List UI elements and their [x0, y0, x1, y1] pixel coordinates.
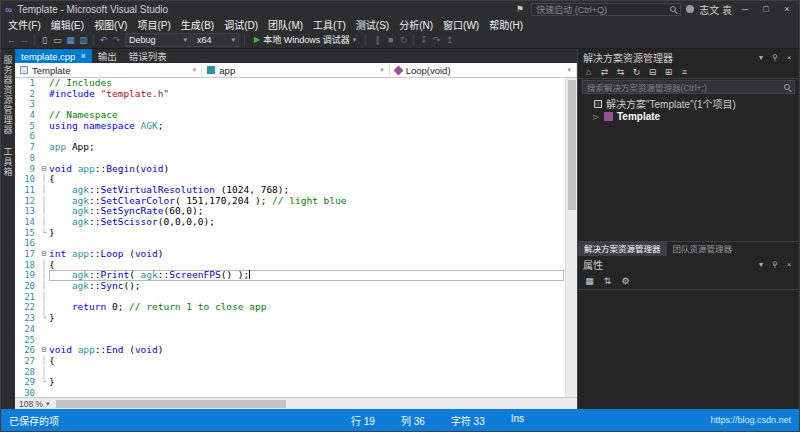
code-text[interactable]: void app::End (void)	[49, 345, 564, 356]
project-dropdown[interactable]: Template ▾	[15, 63, 202, 77]
status-insert-mode[interactable]: Ins	[511, 413, 524, 428]
panel-tab[interactable]: 团队资源管理器	[667, 242, 739, 256]
code-text[interactable]: int app::Loop (void)	[49, 249, 564, 260]
tree-item[interactable]: 解决方案"Template"(1个项目)	[578, 97, 799, 110]
fold-marker-icon[interactable]: ⊟	[39, 249, 49, 260]
menu-item[interactable]: 帮助(H)	[484, 17, 528, 32]
document-tab[interactable]: 输出	[92, 49, 123, 63]
fold-marker-icon[interactable]: ⊟	[39, 164, 49, 175]
categorized-icon[interactable]: ▦	[583, 274, 596, 288]
save-icon[interactable]: ▦	[64, 33, 77, 47]
configuration-dropdown[interactable]: Debug ▾	[125, 33, 191, 47]
menu-item[interactable]: 编辑(E)	[46, 17, 89, 32]
token: }	[49, 312, 55, 323]
menu-item[interactable]: 项目(P)	[132, 17, 175, 32]
forward-icon[interactable]: →	[18, 33, 31, 47]
tool-window-tab[interactable]: 服务器资源管理器	[2, 55, 15, 135]
undo-icon[interactable]: ↶	[97, 33, 110, 47]
vertical-scrollbar[interactable]	[565, 78, 577, 397]
code-text[interactable]: return 0; // return 1 to close app	[49, 302, 564, 313]
alphabetical-icon[interactable]: ⇅	[601, 274, 614, 288]
document-tab[interactable]: 错误列表	[123, 49, 173, 63]
code-text[interactable]: #include "template.h"	[49, 89, 564, 100]
document-tab[interactable]: template.cpp×	[15, 49, 92, 63]
code-text[interactable]: void app::Begin(void)	[49, 164, 564, 175]
pin-icon[interactable]: ⚲	[770, 53, 780, 62]
save-all-icon[interactable]: ▥	[77, 33, 90, 47]
solution-search-input[interactable]: 搜索解决方案资源管理器(Ctrl+;)	[582, 80, 795, 94]
sync-active-icon[interactable]: ⇆	[615, 65, 626, 79]
menu-item[interactable]: 测试(S)	[351, 17, 394, 32]
menu-item[interactable]: 团队(M)	[263, 17, 308, 32]
status-line[interactable]: 行 19	[351, 413, 375, 428]
new-file-icon[interactable]: ▯	[38, 33, 51, 47]
quick-launch-box[interactable]: 快速启动 (Ctrl+Q)	[531, 3, 681, 16]
tree-item[interactable]: ▷Template	[578, 110, 799, 123]
menu-item[interactable]: 调试(D)	[219, 17, 263, 32]
scrollbar-thumb[interactable]	[56, 400, 286, 408]
properties-icon[interactable]: ≡	[679, 65, 690, 79]
maximize-button[interactable]: □	[758, 4, 774, 14]
code-text[interactable]: }	[49, 313, 564, 324]
code-text[interactable]: agk::SetScissor(0,0,0,0);	[49, 217, 564, 228]
open-file-icon[interactable]: ▭	[51, 33, 64, 47]
menu-item[interactable]: 视图(V)	[89, 17, 132, 32]
tab-close-icon[interactable]: ×	[80, 51, 85, 61]
code-text[interactable]: agk::Sync();	[49, 281, 564, 292]
switch-views-icon[interactable]: ⇄	[599, 65, 610, 79]
expander-icon[interactable]: ▷	[592, 113, 600, 121]
fold-marker-icon[interactable]: ⊟	[39, 345, 49, 356]
show-all-files-icon[interactable]: ⊞	[663, 65, 674, 79]
step-into-icon[interactable]: ↧	[417, 33, 430, 47]
property-pages-icon[interactable]: ⚙	[619, 274, 632, 288]
status-character[interactable]: 字符 33	[451, 413, 485, 428]
zoom-control[interactable]: 108 % ▾	[15, 399, 54, 409]
close-button[interactable]: ×	[779, 4, 795, 14]
menu-item[interactable]: 分析(N)	[394, 17, 438, 32]
stop-icon[interactable]: ■	[384, 33, 397, 47]
home-icon[interactable]: ⌂	[583, 65, 594, 79]
user-name[interactable]: 志文 袁	[699, 2, 732, 17]
member-dropdown[interactable]: Loop(void) ▾	[390, 63, 577, 77]
main-area: 服务器资源管理器工具箱 template.cpp×输出错误列表 Template…	[1, 49, 799, 409]
code-text[interactable]: using namespace AGK;	[49, 121, 564, 132]
code-text[interactable]: }	[49, 228, 564, 239]
collapse-all-icon[interactable]: ⊟	[647, 65, 658, 79]
platform-dropdown[interactable]: x64 ▾	[193, 33, 239, 47]
chevron-down-icon[interactable]: ▾	[756, 260, 766, 269]
start-debugging-button[interactable]: ▶ 本地 Windows 调试器 ▾	[250, 33, 360, 46]
code-text[interactable]	[49, 367, 564, 378]
code-text[interactable]	[49, 131, 564, 142]
minimize-button[interactable]: ─	[737, 4, 753, 14]
pause-icon[interactable]: ∥	[371, 33, 384, 47]
status-column[interactable]: 列 36	[401, 413, 425, 428]
restart-icon[interactable]: ↻	[397, 33, 410, 47]
close-icon[interactable]: ×	[784, 53, 794, 62]
scrollbar-thumb[interactable]	[568, 80, 576, 210]
tool-window-tab[interactable]: 工具箱	[2, 147, 15, 177]
pin-icon[interactable]: ⚲	[770, 260, 780, 269]
code-text[interactable]	[49, 324, 564, 335]
notifications-flag-icon[interactable]: ⚑	[513, 2, 526, 16]
close-icon[interactable]: ×	[784, 260, 794, 269]
horizontal-scrollbar[interactable]	[54, 398, 577, 409]
refresh-icon[interactable]: ↻	[631, 65, 642, 79]
menu-item[interactable]: 工具(T)	[308, 17, 351, 32]
type-dropdown[interactable]: app ▾	[202, 63, 389, 77]
chevron-down-icon[interactable]: ▾	[756, 53, 766, 62]
token	[49, 280, 72, 291]
menu-item[interactable]: 生成(B)	[176, 17, 219, 32]
code-editor[interactable]: 1// Includes2#include "template.h"34// N…	[15, 78, 577, 397]
back-icon[interactable]: ←	[5, 33, 18, 47]
code-text[interactable]	[49, 99, 564, 110]
menu-item[interactable]: 窗口(W)	[438, 17, 484, 32]
code-text[interactable]: }	[49, 377, 564, 388]
panel-tab[interactable]: 解决方案资源管理器	[578, 242, 667, 256]
menu-item[interactable]: 文件(F)	[3, 17, 46, 32]
redo-icon[interactable]: ↷	[110, 33, 123, 47]
code-text[interactable]: app App;	[49, 142, 564, 153]
step-out-icon[interactable]: ↥	[443, 33, 456, 47]
code-text[interactable]	[49, 388, 564, 397]
step-over-icon[interactable]: ↷	[430, 33, 443, 47]
code-text[interactable]: {	[49, 356, 564, 367]
